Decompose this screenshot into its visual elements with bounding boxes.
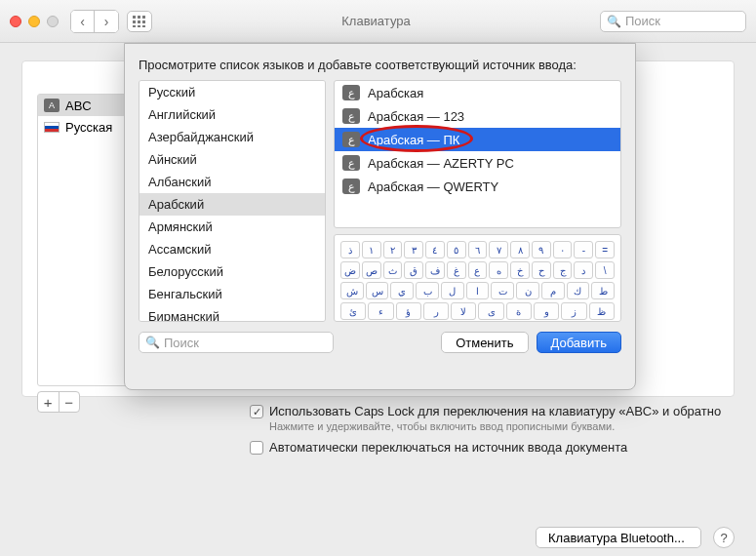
keyboard-row: ذ١٢٣٤٥٦٧٨٩٠-= bbox=[340, 241, 615, 258]
search-placeholder: Поиск bbox=[625, 14, 660, 28]
layout-label: Арабская — QWERTY bbox=[368, 179, 498, 194]
back-button[interactable]: ‹ bbox=[71, 11, 95, 32]
layout-list[interactable]: عАрабскаяعАрабская — 123عАрабская — ПКعА… bbox=[334, 80, 621, 228]
language-row[interactable]: Русский bbox=[139, 81, 325, 103]
keyboard-badge-icon: A bbox=[44, 99, 60, 112]
window-controls bbox=[10, 16, 59, 27]
keyboard-row: ئءؤرلاىةوزظ bbox=[340, 302, 615, 320]
show-all-button[interactable] bbox=[127, 11, 152, 32]
keyboard-key: ك bbox=[567, 282, 590, 299]
keyboard-key: ش bbox=[340, 282, 364, 299]
checkbox-icon[interactable] bbox=[250, 405, 263, 418]
option-label: Использовать Caps Lock для переключения … bbox=[269, 404, 721, 418]
toolbar-search[interactable]: 🔍 Поиск bbox=[600, 11, 746, 32]
keyboard-key: ٣ bbox=[404, 241, 423, 258]
layout-label: Арабская — 123 bbox=[368, 109, 464, 124]
keyboard-key: ١ bbox=[362, 241, 381, 258]
keyboard-key: ف bbox=[425, 261, 445, 279]
keyboard-key: ئ bbox=[340, 302, 366, 320]
option-capslock-hint: Нажмите и удерживайте, чтобы включить вв… bbox=[269, 420, 725, 432]
keyboard-key: - bbox=[574, 241, 593, 258]
language-row[interactable]: Бенгальский bbox=[139, 283, 325, 305]
keyboard-key: ء bbox=[368, 302, 393, 320]
keyboard-preview: ذ١٢٣٤٥٦٧٨٩٠-=ضصثقفغعهخحجد\شسيبلاتنمكطئءؤ… bbox=[334, 234, 621, 322]
svg-rect-6 bbox=[133, 25, 136, 27]
sheet-search[interactable]: 🔍 Поиск bbox=[139, 332, 334, 353]
keyboard-key: غ bbox=[447, 261, 466, 279]
keyboard-key: ط bbox=[591, 282, 615, 299]
keyboard-key: ص bbox=[362, 261, 381, 279]
sheet-instruction: Просмотрите список языков и добавьте соо… bbox=[139, 58, 621, 72]
language-row[interactable]: Армянский bbox=[139, 216, 325, 238]
option-capslock[interactable]: Использовать Caps Lock для переключения … bbox=[250, 404, 725, 418]
keyboard-key: ٢ bbox=[383, 241, 403, 258]
layout-row[interactable]: عАрабская — QWERTY bbox=[335, 175, 620, 198]
add-source-button[interactable]: + bbox=[38, 392, 60, 412]
arabic-badge-icon: ع bbox=[342, 132, 360, 147]
cancel-button[interactable]: Отменить bbox=[441, 332, 528, 353]
zoom-icon bbox=[47, 16, 59, 27]
keyboard-row: ضصثقفغعهخحجد\ bbox=[340, 261, 615, 279]
keyboard-key: \ bbox=[595, 261, 615, 279]
layout-row[interactable]: عАрабская bbox=[335, 81, 620, 104]
keyboard-key: ؤ bbox=[396, 302, 421, 320]
language-row[interactable]: Белорусский bbox=[139, 260, 325, 283]
svg-rect-0 bbox=[133, 16, 136, 19]
forward-button[interactable]: › bbox=[95, 11, 118, 32]
layout-label: Арабская bbox=[368, 86, 423, 100]
keyboard-key: لا bbox=[451, 302, 476, 320]
keyboard-key: ض bbox=[340, 261, 360, 279]
language-row[interactable]: Азербайджанский bbox=[139, 126, 325, 148]
language-row[interactable]: Ассамский bbox=[139, 238, 325, 260]
keyboard-key: خ bbox=[510, 261, 530, 279]
keyboard-key: ٦ bbox=[468, 241, 488, 258]
minimize-icon[interactable] bbox=[28, 16, 40, 27]
add-remove-segment[interactable]: + − bbox=[37, 391, 80, 413]
toolbar: ‹ › Клавиатура 🔍 Поиск bbox=[0, 0, 756, 43]
options-block: Использовать Caps Lock для переключения … bbox=[250, 404, 725, 460]
keyboard-key: ا bbox=[466, 282, 490, 299]
add-button[interactable]: Добавить bbox=[537, 332, 621, 353]
keyboard-key: ع bbox=[468, 261, 488, 279]
add-input-source-sheet: Просмотрите список языков и добавьте соо… bbox=[124, 43, 636, 390]
keyboard-key: ٩ bbox=[532, 241, 551, 258]
keyboard-key: ٤ bbox=[425, 241, 445, 258]
keyboard-key: ى bbox=[478, 302, 503, 320]
svg-rect-3 bbox=[133, 20, 136, 23]
language-row[interactable]: Английский bbox=[139, 103, 325, 126]
nav-back-forward[interactable]: ‹ › bbox=[70, 10, 119, 33]
search-icon: 🔍 bbox=[607, 15, 621, 28]
keyboard-key: ن bbox=[516, 282, 539, 299]
keyboard-key: ج bbox=[553, 261, 573, 279]
keyboard-key: ة bbox=[506, 302, 532, 320]
language-list[interactable]: РусскийАнглийскийАзербайджанскийАйнскийА… bbox=[139, 80, 326, 322]
keyboard-key: ٧ bbox=[489, 241, 508, 258]
window-title: Клавиатура bbox=[152, 14, 600, 28]
option-autoswitch[interactable]: Автоматически переключаться на источник … bbox=[250, 440, 725, 455]
keyboard-key: م bbox=[541, 282, 565, 299]
keyboard-key: ٨ bbox=[510, 241, 530, 258]
layout-row[interactable]: عАрабская — 123 bbox=[335, 104, 620, 128]
svg-rect-1 bbox=[138, 16, 140, 19]
keyboard-key: ث bbox=[383, 261, 403, 279]
language-row[interactable]: Арабский bbox=[139, 193, 325, 216]
keyboard-key: ب bbox=[416, 282, 439, 299]
language-row[interactable]: Айнский bbox=[139, 148, 325, 171]
layout-row[interactable]: عАрабская — ПК bbox=[335, 128, 620, 151]
keyboard-key: ظ bbox=[589, 302, 615, 320]
keyboard-key: ت bbox=[491, 282, 514, 299]
bluetooth-keyboard-button[interactable]: Клавиатура Bluetooth... bbox=[536, 527, 701, 548]
source-label: ABC bbox=[65, 99, 92, 113]
keyboard-key: ز bbox=[561, 302, 586, 320]
keyboard-key: ق bbox=[404, 261, 423, 279]
help-button[interactable]: ? bbox=[713, 527, 735, 548]
remove-source-button[interactable]: − bbox=[60, 392, 80, 412]
source-label: Русская bbox=[65, 120, 112, 135]
language-row[interactable]: Албанский bbox=[139, 171, 325, 193]
layout-row[interactable]: عАрабская — AZERTY PC bbox=[335, 151, 620, 175]
search-icon: 🔍 bbox=[145, 336, 160, 349]
language-row[interactable]: Бирманский bbox=[139, 305, 325, 322]
checkbox-icon[interactable] bbox=[250, 441, 263, 455]
keyboard-key: ٥ bbox=[447, 241, 466, 258]
close-icon[interactable] bbox=[10, 16, 21, 27]
